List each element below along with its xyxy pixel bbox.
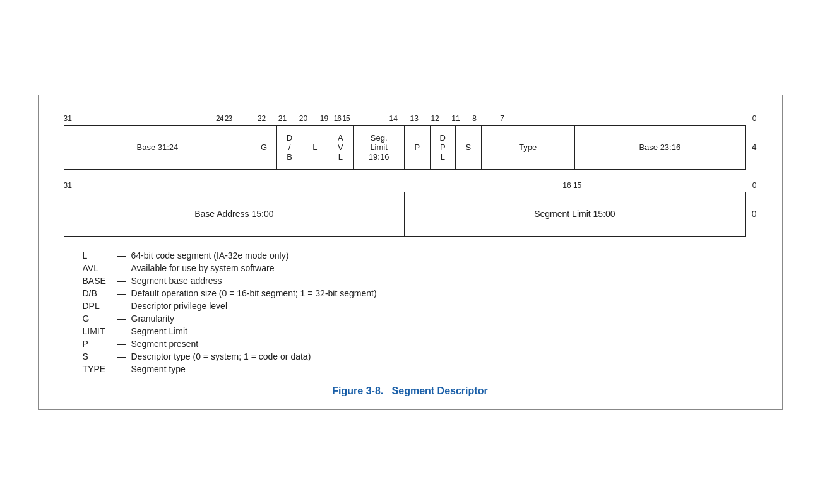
cell-seg-limit: Seg.Limit19:16 [354, 125, 405, 169]
legend-val-type: Segment type [131, 364, 186, 374]
legend-key-base: BASE [83, 276, 117, 286]
legend-val-g: Granularity [131, 314, 174, 324]
figure-caption: Figure 3-8. Segment Descriptor [64, 385, 757, 397]
legend-key-type: TYPE [83, 364, 117, 374]
bit-11: 11 [451, 114, 472, 123]
legend-dash-db: — [117, 288, 126, 298]
legend: L — 64-bit code segment (IA-32e mode onl… [83, 250, 757, 374]
row-num-0: 0 [752, 209, 757, 219]
figure-container: 31 24 23 22 21 20 19 16 15 14 13 12 11 8… [38, 95, 783, 410]
bit-7: 7 [500, 114, 514, 123]
legend-val-l: 64-bit code segment (IA-32e mode only) [131, 250, 289, 261]
bit-14: 14 [389, 114, 410, 123]
legend-key-limit: LIMIT [83, 326, 117, 336]
legend-key-dpl: DPL [83, 301, 117, 311]
diagram-table-row2: Base Address 15:00 Segment Limit 15:00 [64, 192, 746, 237]
bit-22: 22 [258, 114, 278, 123]
bit-12: 12 [431, 114, 451, 123]
legend-key-db: D/B [83, 288, 117, 298]
legend-item-s: S — Descriptor type (0 = system; 1 = cod… [83, 351, 757, 361]
cell-l: L [302, 125, 328, 169]
cell-base-addr: Base Address 15:00 [64, 192, 405, 236]
bit-0-r2: 0 [585, 181, 757, 190]
legend-key-g: G [83, 314, 117, 324]
legend-dash-s: — [117, 351, 126, 361]
legend-val-db: Default operation size (0 = 16-bit segme… [131, 288, 377, 298]
legend-item-limit: LIMIT — Segment Limit [83, 326, 757, 336]
cell-g: G [251, 125, 276, 169]
bit-8: 8 [472, 114, 500, 123]
legend-dash-dpl: — [117, 301, 126, 311]
bit-31: 31 [64, 114, 217, 123]
bit-20: 20 [299, 114, 320, 123]
legend-key-l: L [83, 250, 117, 261]
legend-dash-g: — [117, 314, 126, 324]
cell-seg-limit-15: Segment Limit 15:00 [405, 192, 746, 236]
bit-31-r2: 31 [64, 181, 410, 190]
legend-val-base: Segment base address [131, 276, 222, 286]
figure-num: Figure 3-8. [332, 385, 383, 396]
cell-type: Type [481, 125, 574, 169]
bit-24-23: 24 23 [216, 114, 258, 123]
legend-item-db: D/B — Default operation size (0 = 16-bit… [83, 288, 757, 298]
cell-dpl: DPL [430, 125, 455, 169]
diagram-row1: Base 31:24 G D/B L AVL Seg.Limit19:16 P … [64, 125, 757, 170]
legend-val-s: Descriptor type (0 = system; 1 = code or… [131, 351, 311, 361]
bit-16-15-r2: 16 15 [410, 181, 582, 190]
cell-base-23-16: Base 23:16 [574, 125, 745, 169]
legend-item-l: L — 64-bit code segment (IA-32e mode onl… [83, 250, 757, 261]
legend-item-type: TYPE — Segment type [83, 364, 757, 374]
bit-labels-row1: 31 24 23 22 21 20 19 16 15 14 13 12 11 8… [64, 114, 757, 123]
cell-p: P [405, 125, 430, 169]
legend-val-p: Segment present [131, 339, 199, 349]
bit-16-15: 16 15 [334, 114, 389, 123]
cell-avl: AVL [328, 125, 353, 169]
cell-s: S [456, 125, 481, 169]
legend-key-s: S [83, 351, 117, 361]
legend-key-p: P [83, 339, 117, 349]
legend-item-g: G — Granularity [83, 314, 757, 324]
legend-val-dpl: Descriptor privilege level [131, 301, 228, 311]
row-num-4: 4 [752, 142, 757, 152]
legend-item-p: P — Segment present [83, 339, 757, 349]
legend-dash-limit: — [117, 326, 126, 336]
legend-item-dpl: DPL — Descriptor privilege level [83, 301, 757, 311]
legend-item-base: BASE — Segment base address [83, 276, 757, 286]
legend-dash-l: — [117, 250, 126, 261]
legend-dash-avl: — [117, 263, 126, 273]
legend-key-avl: AVL [83, 263, 117, 273]
legend-item-avl: AVL — Available for use by system softwa… [83, 263, 757, 273]
bit-13: 13 [410, 114, 431, 123]
bit-19: 19 [320, 114, 334, 123]
diagram-table-row1: Base 31:24 G D/B L AVL Seg.Limit19:16 P … [64, 125, 746, 170]
figure-title: Segment Descriptor [392, 385, 488, 396]
legend-dash-p: — [117, 339, 126, 349]
bit-labels-row2: 31 16 15 0 [64, 181, 757, 190]
bit-0-r1: 0 [514, 114, 756, 123]
bit-21: 21 [278, 114, 299, 123]
legend-val-limit: Segment Limit [131, 326, 187, 336]
cell-base-31-24: Base 31:24 [64, 125, 251, 169]
legend-dash-base: — [117, 276, 126, 286]
diagram-row2: Base Address 15:00 Segment Limit 15:00 0 [64, 192, 757, 237]
legend-val-avl: Available for use by system software [131, 263, 275, 273]
legend-dash-type: — [117, 364, 126, 374]
cell-db: D/B [276, 125, 302, 169]
